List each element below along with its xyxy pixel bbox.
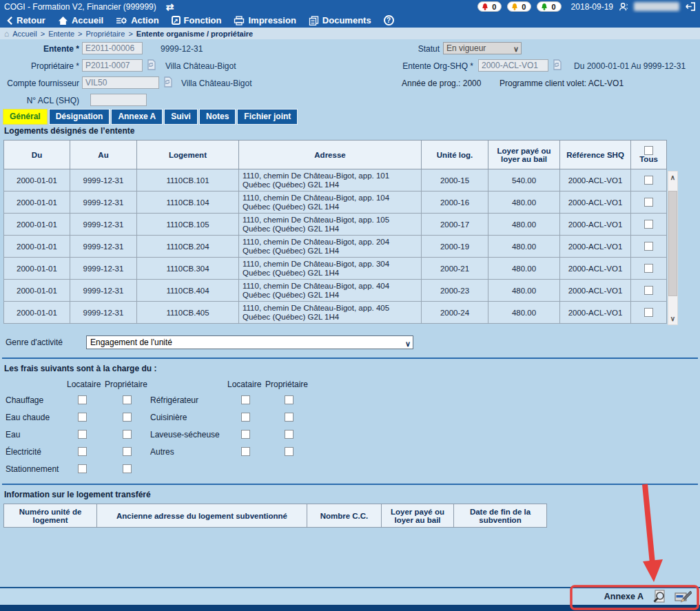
nav-fonction[interactable]: ↗ Fonction: [172, 15, 222, 25]
nav-action[interactable]: Action: [116, 15, 158, 25]
nav-documents[interactable]: Documents: [309, 15, 371, 25]
entente-page: { "header": { "title": "COGI - Formation…: [0, 0, 700, 611]
charge-checkbox-proprietaire[interactable]: [285, 447, 294, 456]
breadcrumb-entente[interactable]: Entente: [48, 30, 74, 38]
charge-checkbox-locataire[interactable]: [78, 464, 87, 473]
compte-fournisseur-input[interactable]: VIL50: [82, 76, 159, 89]
cell-du: 2000-01-01: [4, 302, 70, 324]
row-checkbox[interactable]: [644, 242, 653, 251]
table-row[interactable]: 2000-01-019999-12-311110CB.1011110, chem…: [4, 169, 667, 191]
cell-au: 9999-12-31: [70, 280, 137, 302]
charge-checkbox-locataire[interactable]: [78, 447, 87, 456]
column-header-unite: Unité log.: [422, 141, 488, 169]
row-checkbox[interactable]: [644, 308, 653, 317]
org-shq-input[interactable]: 2000-ACL-VO1: [478, 59, 548, 72]
annexe-a-preview-button[interactable]: [652, 590, 668, 603]
scrollbar-thumb[interactable]: [668, 191, 677, 296]
breadcrumb-proprietaire[interactable]: Propriétaire: [86, 30, 125, 38]
select-all-checkbox[interactable]: [644, 146, 653, 155]
annexe-a-edit-button[interactable]: [674, 590, 692, 603]
entente-input[interactable]: E2011-00006: [82, 42, 143, 54]
proprietaire-input[interactable]: P2011-0007: [82, 59, 143, 72]
cell-adresse: 1110, chemin De Château-Bigot, app. 105Q…: [239, 214, 422, 236]
cell-reference: 2000-ACL-VO1: [560, 191, 631, 214]
table-row[interactable]: 2000-01-019999-12-311110CB.4051110, chem…: [4, 302, 667, 324]
bell-green-icon: [540, 3, 548, 11]
column-header-loyer: Loyer payé ou loyer au bail: [488, 141, 560, 169]
tab-fichier-joint[interactable]: Fichier joint: [237, 109, 298, 125]
cell-select: [631, 302, 667, 324]
tab-notes[interactable]: Notes: [199, 109, 236, 125]
row-checkbox[interactable]: [644, 264, 653, 273]
charge-checkbox-locataire[interactable]: [241, 413, 250, 422]
tab-designation[interactable]: Désignation: [49, 109, 110, 125]
alert-badge-yellow[interactable]: 0: [507, 1, 531, 12]
charge-checkbox-locataire[interactable]: [241, 430, 250, 439]
charge-checkbox-locataire[interactable]: [241, 447, 250, 456]
tab-suivi[interactable]: Suivi: [164, 109, 198, 125]
no-acl-input[interactable]: [90, 94, 147, 106]
nav-retour[interactable]: Retour: [7, 15, 45, 25]
charge-checkbox-proprietaire[interactable]: [285, 413, 294, 422]
row-checkbox[interactable]: [644, 220, 653, 229]
tab-general[interactable]: Général: [3, 109, 48, 125]
cell-select: [631, 191, 667, 214]
column-header-reference: Référence SHQ: [560, 141, 631, 169]
alert-badge-red[interactable]: 0: [477, 1, 502, 12]
charge-label: Électricité: [6, 447, 41, 457]
cell-loyer: 480.00: [488, 214, 560, 236]
row-checkbox[interactable]: [644, 176, 653, 185]
cell-adresse: 1110, chemin De Château-Bigot, app. 101Q…: [239, 169, 422, 191]
table-row[interactable]: 2000-01-019999-12-311110CB.2041110, chem…: [4, 236, 667, 258]
breadcrumb-home-icon: ⌂: [4, 29, 9, 39]
tab-annexe-a[interactable]: Annexe A: [111, 109, 163, 125]
title-bar: COGI - Formation V2, Financier (999999) …: [0, 0, 700, 13]
cell-au: 9999-12-31: [70, 169, 137, 191]
charge-checkbox-proprietaire[interactable]: [123, 395, 132, 404]
cell-reference: 2000-ACL-VO1: [560, 169, 631, 191]
logout-icon[interactable]: [685, 1, 696, 12]
breadcrumb: ⌂ Accueil> Entente> Propriétaire> Entent…: [0, 28, 700, 39]
row-checkbox[interactable]: [644, 198, 653, 207]
scroll-up-icon[interactable]: ∧: [668, 172, 677, 183]
tous-label: Tous: [632, 155, 665, 163]
table-row[interactable]: 2000-01-019999-12-311110CB.1051110, chem…: [4, 214, 667, 236]
proprietaire-lookup-icon[interactable]: [145, 59, 156, 70]
charge-checkbox-proprietaire[interactable]: [123, 464, 132, 473]
nav-bar: Retour Accueil Action ↗ Fonction Impress…: [0, 13, 700, 28]
title-bar-right: 0 0 0 2018-09-19: [477, 1, 696, 12]
table-row[interactable]: 2000-01-019999-12-311110CB.1041110, chem…: [4, 191, 667, 214]
help-icon[interactable]: ?: [384, 15, 394, 25]
nav-impression[interactable]: Impression: [234, 15, 296, 25]
charge-checkbox-proprietaire[interactable]: [123, 430, 132, 439]
cell-du: 2000-01-01: [4, 169, 70, 191]
breadcrumb-accueil[interactable]: Accueil: [12, 30, 37, 38]
charge-checkbox-locataire[interactable]: [78, 430, 87, 439]
alert-badge-green[interactable]: 0: [537, 1, 561, 12]
charge-checkbox-proprietaire[interactable]: [285, 430, 294, 439]
scroll-down-icon[interactable]: ∨: [668, 313, 677, 324]
logements-table: Du Au Logement Adresse Unité log. Loyer …: [3, 140, 667, 324]
table-scrollbar[interactable]: ∧ ∨: [668, 171, 678, 325]
charge-checkbox-locataire[interactable]: [241, 395, 250, 404]
table-row[interactable]: 2000-01-019999-12-311110CB.3041110, chem…: [4, 258, 667, 280]
compte-lookup-icon[interactable]: [162, 76, 173, 87]
refresh-icon[interactable]: ⇄: [166, 3, 174, 11]
nav-accueil[interactable]: Accueil: [58, 15, 103, 25]
charge-label: Laveuse-sécheuse: [150, 430, 220, 439]
row-checkbox[interactable]: [644, 286, 653, 295]
gear-lines-icon: [116, 16, 127, 25]
charge-checkbox-proprietaire[interactable]: [123, 447, 132, 456]
genre-activite-select[interactable]: Engagement de l'unité ∨: [86, 335, 413, 349]
column-header-au: Au: [70, 141, 137, 169]
cell-du: 2000-01-01: [4, 280, 70, 302]
charge-checkbox-proprietaire[interactable]: [123, 413, 132, 422]
charge-checkbox-proprietaire[interactable]: [285, 395, 294, 404]
table-row[interactable]: 2000-01-019999-12-311110CB.4041110, chem…: [4, 280, 667, 302]
charges-header-locataire-left: Locataire: [67, 380, 101, 389]
charge-checkbox-locataire[interactable]: [78, 395, 87, 404]
statut-select[interactable]: En vigueur ∨: [443, 42, 522, 54]
charge-checkbox-locataire[interactable]: [78, 413, 87, 422]
cell-unite: 2000-15: [422, 169, 488, 191]
org-shq-lookup-icon[interactable]: [551, 59, 562, 70]
